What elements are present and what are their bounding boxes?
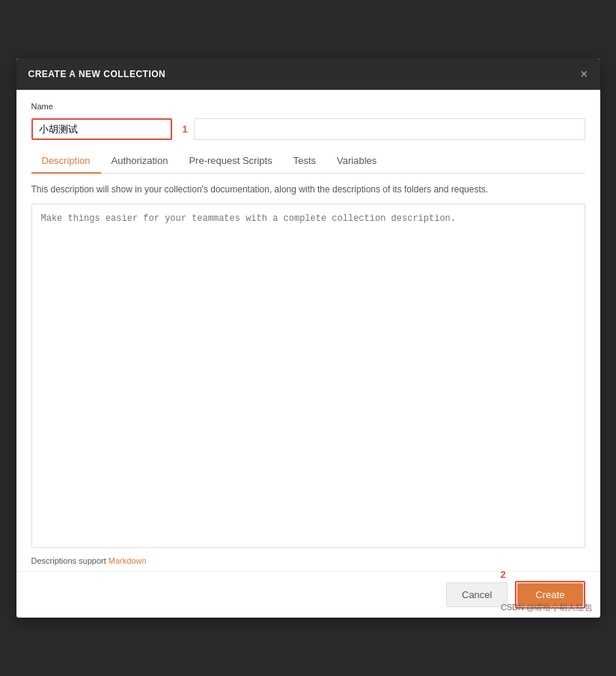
markdown-link[interactable]: Markdown	[109, 556, 147, 565]
tab-variables[interactable]: Variables	[326, 149, 387, 174]
markdown-prefix: Descriptions support	[31, 556, 109, 565]
modal-title: CREATE A NEW COLLECTION	[28, 69, 166, 79]
name-input-box	[31, 118, 172, 140]
markdown-note: Descriptions support Markdown	[16, 550, 600, 571]
modal-dialog: CREATE A NEW COLLECTION × Name 1	[16, 58, 600, 618]
description-info-text: This description will show in your colle…	[31, 183, 585, 196]
name-label-row: Name	[31, 102, 585, 114]
description-textarea[interactable]	[31, 204, 585, 548]
watermark: CSDN @请给小胡大红包	[501, 602, 592, 613]
tab-tests[interactable]: Tests	[283, 149, 326, 174]
description-tab-content: This description will show in your colle…	[31, 183, 585, 550]
modal-body: Name 1 Description Authorization	[16, 90, 600, 550]
modal-overlay: CREATE A NEW COLLECTION × Name 1	[0, 0, 616, 676]
name-badge: 1	[183, 124, 188, 135]
cancel-button[interactable]: Cancel	[446, 582, 507, 607]
tab-pre-request-scripts[interactable]: Pre-request Scripts	[178, 149, 282, 174]
name-input-full[interactable]	[194, 118, 585, 140]
name-label: Name	[31, 102, 53, 111]
close-button[interactable]: ×	[580, 67, 588, 81]
create-badge: 2	[500, 569, 505, 580]
name-section: Name 1	[31, 102, 585, 140]
modal-header: CREATE A NEW COLLECTION ×	[16, 58, 600, 90]
tabs-bar: Description Authorization Pre-request Sc…	[31, 149, 585, 174]
tab-description[interactable]: Description	[31, 149, 101, 174]
name-input[interactable]	[33, 120, 171, 138]
tab-authorization[interactable]: Authorization	[101, 149, 179, 174]
